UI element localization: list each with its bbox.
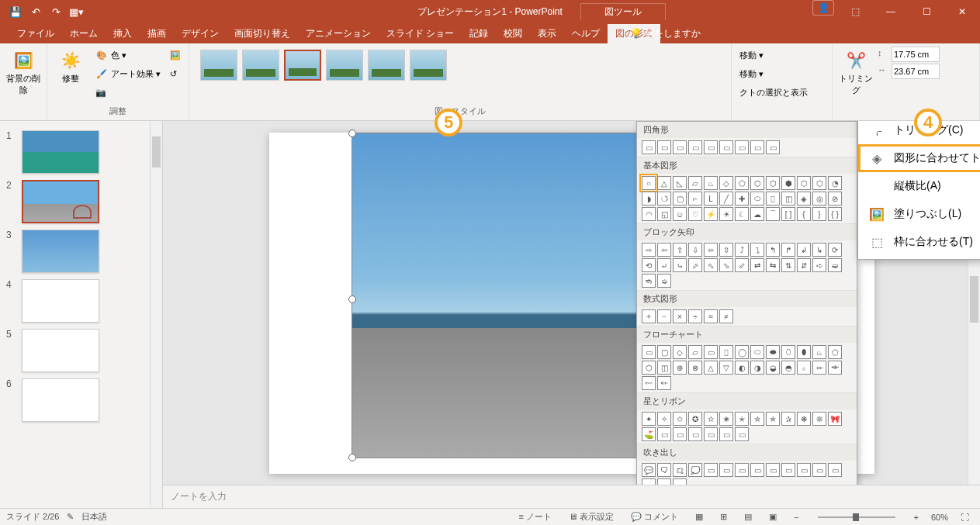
shape-brace-pair[interactable]: { } — [828, 207, 842, 221]
zoom-in[interactable]: + — [909, 513, 923, 522]
slide-counter[interactable]: スライド 2/26 — [6, 511, 59, 523]
shape-heart[interactable]: ♡ — [688, 207, 702, 221]
shape-ribbon[interactable]: 🎀 — [828, 412, 842, 426]
display-settings[interactable]: 🖥 表示設定 — [564, 511, 618, 523]
shape-flow[interactable]: ⬮ — [797, 345, 811, 359]
shape-diag-stripe[interactable]: ╱ — [719, 192, 733, 206]
shape-callout[interactable]: ▭ — [797, 463, 811, 477]
remove-background-button[interactable]: 🖼️ 背景の削除 — [5, 47, 42, 98]
shape-divide[interactable]: ÷ — [688, 309, 702, 323]
tab-view[interactable]: 表示 — [530, 24, 564, 43]
selection-pane-button[interactable]: クトの選択と表示 — [736, 84, 827, 101]
zoom-out[interactable]: − — [789, 513, 803, 522]
shape-ribbon[interactable]: ▭ — [735, 427, 749, 441]
shape-trapezoid[interactable]: ⏢ — [704, 176, 718, 190]
close-button[interactable]: ✕ — [944, 0, 980, 23]
shape-flow[interactable]: ⬡ — [642, 361, 656, 375]
shape-flow[interactable]: ◐ — [735, 361, 749, 375]
shape-arrow[interactable]: ⬂ — [719, 258, 733, 272]
shape-callout[interactable]: ▭ — [735, 463, 749, 477]
shape-arrow[interactable]: ↰ — [766, 243, 780, 257]
shape-flow[interactable]: ⌷ — [719, 345, 733, 359]
shape-flow[interactable]: ⊕ — [673, 361, 687, 375]
shape-chord[interactable]: ◗ — [642, 192, 656, 206]
shape-triangle[interactable]: △ — [657, 176, 671, 190]
shape-flow[interactable]: △ — [704, 361, 718, 375]
shape-bevel[interactable]: ◈ — [797, 192, 811, 206]
tab-home[interactable]: ホーム — [62, 24, 106, 43]
shape-dodecagon[interactable]: ⬡ — [812, 176, 826, 190]
tab-animations[interactable]: アニメーション — [298, 24, 379, 43]
shape-arrow[interactable]: ⬃ — [735, 258, 749, 272]
shape-smiley[interactable]: ☺ — [673, 207, 687, 221]
shape-callout[interactable]: ▭ — [781, 463, 795, 477]
start-from-beginning-icon[interactable]: ▦▾ — [67, 2, 85, 21]
tab-record[interactable]: 記録 — [462, 24, 496, 43]
compress-icon[interactable]: 📷 — [92, 84, 164, 101]
shape-pie[interactable]: ◔ — [828, 176, 842, 190]
shape-rect[interactable]: ▭ — [642, 140, 656, 154]
shape-arrow[interactable]: ⬀ — [688, 258, 702, 272]
shape-star[interactable]: ✮ — [750, 412, 764, 426]
shape-flow[interactable]: ⬭ — [750, 345, 764, 359]
shape-arrow[interactable]: ⬄ — [704, 243, 718, 257]
shape-hexagon[interactable]: ⬡ — [750, 176, 764, 190]
account-icon[interactable]: 👤 — [812, 0, 834, 16]
shape-flow[interactable]: ⊗ — [688, 361, 702, 375]
shape-arrow[interactable]: ↳ — [812, 243, 826, 257]
shape-flow[interactable]: ⬠ — [828, 345, 842, 359]
slide-thumb-1[interactable]: 1 — [0, 127, 162, 177]
shape-multiply[interactable]: × — [673, 309, 687, 323]
view-normal-icon[interactable]: ▦ — [691, 512, 708, 522]
shape-rt-triangle[interactable]: ◺ — [673, 176, 687, 190]
tab-help[interactable]: ヘルプ — [564, 24, 608, 43]
slide-thumb-4[interactable]: 4 — [0, 276, 162, 326]
shape-rect[interactable]: ▭ — [766, 140, 780, 154]
shape-callout[interactable]: 🗯 — [673, 463, 687, 477]
menu-aspect-ratio[interactable]: 縦横比(A) ▶ — [858, 172, 980, 200]
shape-ribbon[interactable]: ▭ — [673, 427, 687, 441]
shape-callout[interactable]: 💬 — [642, 463, 656, 477]
shape-flow[interactable]: ▭ — [642, 345, 656, 359]
shape-arrow[interactable]: ⇨ — [642, 243, 656, 257]
shape-arrow[interactable]: ➫ — [828, 258, 842, 272]
width-input[interactable] — [892, 64, 940, 79]
shape-lightning[interactable]: ⚡ — [704, 207, 718, 221]
slide-thumb-5[interactable]: 5 — [0, 326, 162, 375]
view-sorter-icon[interactable]: ⊞ — [715, 512, 732, 522]
shape-callout[interactable]: 🗨 — [657, 463, 671, 477]
undo-icon[interactable]: ↶ — [26, 2, 45, 21]
shape-rect[interactable]: ▭ — [704, 140, 718, 154]
shape-flow[interactable]: ▢ — [657, 345, 671, 359]
save-icon[interactable]: 💾 — [6, 2, 25, 21]
shape-flow[interactable]: ⬯ — [781, 345, 795, 359]
view-slideshow-icon[interactable]: ▣ — [764, 512, 781, 522]
style-thumb-2[interactable] — [242, 50, 279, 81]
shape-callout[interactable]: ▭ — [750, 463, 764, 477]
shape-star[interactable]: ✬ — [719, 412, 733, 426]
change-picture-icon[interactable]: 🖼️ — [167, 47, 184, 64]
comments-toggle[interactable]: 💬 コメント — [626, 511, 683, 523]
shape-rect[interactable]: ▭ — [657, 140, 671, 154]
shape-star[interactable]: ✧ — [657, 412, 671, 426]
shape-not-equal[interactable]: ≠ — [719, 309, 733, 323]
shape-arrow[interactable]: ⬁ — [704, 258, 718, 272]
shape-star[interactable]: ✦ — [642, 412, 656, 426]
shape-plaque[interactable]: ⬭ — [750, 192, 764, 206]
shape-arrow[interactable]: ↲ — [797, 243, 811, 257]
view-reading-icon[interactable]: ▤ — [739, 512, 757, 522]
shape-arrow[interactable]: ⤿ — [673, 258, 687, 272]
style-thumb-4[interactable] — [326, 50, 363, 81]
shape-flow[interactable]: ◓ — [781, 361, 795, 375]
tab-slideshow[interactable]: スライド ショー — [379, 24, 462, 43]
shape-donut[interactable]: ◎ — [812, 192, 826, 206]
minimize-button[interactable]: ― — [873, 0, 909, 23]
shape-callout[interactable]: ▭ — [657, 478, 671, 485]
tab-review[interactable]: 校閲 — [496, 24, 530, 43]
shape-half-frame[interactable]: ⌐ — [688, 192, 702, 206]
shape-callout[interactable]: ▭ — [812, 463, 826, 477]
shape-ribbon[interactable]: ⛳ — [642, 427, 656, 441]
shape-arrow[interactable]: ⇳ — [719, 243, 733, 257]
shape-arrow[interactable]: ➪ — [812, 258, 826, 272]
menu-crop-to-shape[interactable]: ◈ 図形に合わせてトリミング(S) ▶ — [858, 144, 980, 172]
